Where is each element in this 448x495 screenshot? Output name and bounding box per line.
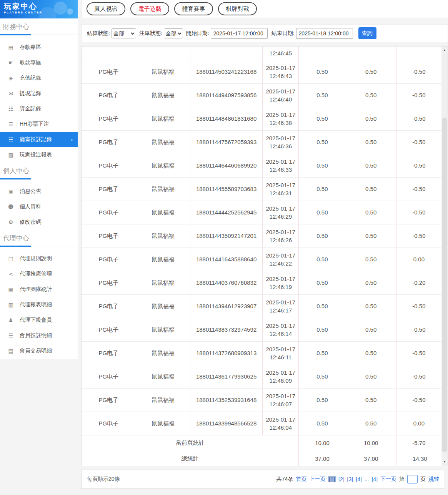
team-stats-icon: ▦ bbox=[8, 286, 14, 292]
sidebar-section-items: ◉消息公告☻個人資料⚙修改密碼 bbox=[0, 179, 78, 230]
withdrawal-record-icon: ✉ bbox=[8, 90, 14, 96]
pagination-bar: 每頁顯示20條 共74条首页上一页[1][2][3][4]...[4]下一页第页… bbox=[81, 470, 444, 489]
summary-label: 總統計 bbox=[82, 451, 299, 466]
sidebar-item[interactable]: ▤存款專區 bbox=[0, 40, 78, 55]
summary-winloss: -14.30 bbox=[396, 451, 441, 466]
per-page-label: 每頁顯示20條 bbox=[87, 476, 120, 483]
tab-3[interactable]: 體育賽事 bbox=[174, 2, 213, 15]
chevron-right-icon: › bbox=[71, 137, 73, 143]
scroll-up-arrow[interactable]: ▲ bbox=[441, 47, 448, 53]
sidebar-section-items: ▤存款專區☛取款專區◈充值記錄✉提現記錄☷資金記錄☰HH彩票下注☵廳室投註記錄›… bbox=[0, 35, 78, 163]
settle-status-select[interactable]: 全部 bbox=[112, 28, 136, 38]
order-status-select[interactable]: 全部 bbox=[164, 28, 183, 38]
sidebar-item[interactable]: ⚙修改密碼 bbox=[0, 214, 78, 230]
jump-page-input[interactable] bbox=[407, 475, 418, 483]
bet-records-panel: 12:46:45 PG电子鼠鼠福福18801145032412231682025… bbox=[81, 46, 448, 466]
sidebar-item[interactable]: ☷資金記錄 bbox=[0, 101, 78, 116]
sidebar-item[interactable]: ▦代理團隊統計 bbox=[0, 282, 78, 297]
sidebar-item-active[interactable]: ☵廳室投註記錄› bbox=[0, 132, 78, 147]
next-page-link[interactable]: 下一页 bbox=[380, 476, 396, 483]
document-icon: ▢ bbox=[8, 256, 14, 262]
partial-time-cell: 12:46:45 bbox=[263, 47, 299, 60]
prev-page-link[interactable]: 上一页 bbox=[309, 476, 325, 483]
filter-bar: 結算狀態: 全部 注單狀態: 全部 開始日期: 結束日期: 查詢 bbox=[81, 24, 448, 42]
search-button[interactable]: 查詢 bbox=[358, 27, 376, 39]
sidebar-item-label: 提現記錄 bbox=[20, 90, 41, 97]
start-date-label: 開始日期: bbox=[186, 30, 209, 37]
sidebar-item[interactable]: ▢代理規則說明 bbox=[0, 251, 78, 266]
sidebar-item[interactable]: <代理推廣管理 bbox=[0, 266, 78, 282]
sidebar-item[interactable]: ☛取款專區 bbox=[0, 55, 78, 70]
member-trade-icon: ▤ bbox=[8, 348, 14, 354]
tab-2-active[interactable]: 電子遊藝 bbox=[130, 2, 169, 15]
summary-valid: 37.00 bbox=[346, 451, 396, 466]
end-date-input[interactable] bbox=[296, 28, 353, 39]
tab-1[interactable]: 真人視訊 bbox=[87, 2, 125, 15]
tab-4[interactable]: 棋牌對戰 bbox=[218, 2, 257, 15]
sidebar-item-label: 充值記錄 bbox=[20, 75, 41, 81]
sidebar-section-header: 代理中心 bbox=[0, 234, 78, 246]
start-date-input[interactable] bbox=[211, 28, 268, 39]
summary-winloss: -5.70 bbox=[396, 435, 441, 451]
lottery-bet-icon: ☰ bbox=[8, 121, 14, 127]
last-page-link[interactable]: [4] bbox=[371, 476, 378, 482]
sidebar-item-label: 存款專區 bbox=[20, 44, 41, 51]
sidebar-section-header: 個人中心 bbox=[0, 166, 78, 179]
sidebar-item[interactable]: ◉消息公告 bbox=[0, 184, 78, 199]
sidebar-item-label: 消息公告 bbox=[20, 188, 41, 195]
sidebar-item[interactable]: ▧玩家投注報表 bbox=[0, 147, 78, 163]
table-row: PG电子鼠鼠福福18801143726809093132025-01-17 12… bbox=[82, 341, 442, 365]
page-1-current[interactable]: [1] bbox=[328, 476, 336, 482]
sidebar-item[interactable]: ▤會員交易明細 bbox=[0, 343, 78, 359]
sidebar-item-label: 代理規則說明 bbox=[20, 255, 52, 262]
withdraw-icon: ☛ bbox=[8, 60, 14, 66]
sidebar: 玩家中心 PLAYERS CENTER 財務中心▤存款專區☛取款專區◈充值記錄✉… bbox=[0, 0, 78, 359]
page-4-link[interactable]: [4] bbox=[356, 476, 362, 482]
page-3-link[interactable]: [3] bbox=[347, 476, 353, 482]
sidebar-item-label: 代理下級會員 bbox=[20, 317, 52, 324]
sidebar-item-label: 個人資料 bbox=[20, 203, 41, 210]
sidebar-item[interactable]: ☰HH彩票下注 bbox=[0, 116, 78, 132]
jump-button[interactable]: 跳转 bbox=[428, 476, 439, 483]
total-summary-row: 總統計 37.00 37.00 -14.30 bbox=[82, 451, 442, 466]
share-icon: < bbox=[8, 271, 14, 277]
sidebar-item-label: HH彩票下注 bbox=[20, 121, 49, 128]
sidebar-item[interactable]: ☰會員投註明細 bbox=[0, 328, 78, 343]
jump-prefix: 第 bbox=[399, 476, 405, 483]
jump-suffix: 页 bbox=[420, 476, 426, 483]
table-row: PG电子鼠鼠福福18801143946129239072025-01-17 12… bbox=[82, 294, 442, 318]
first-page-link[interactable]: 首页 bbox=[296, 476, 306, 483]
hall-bet-record-icon: ☵ bbox=[8, 136, 14, 143]
gamepad-graphic bbox=[67, 8, 73, 15]
page-2-link[interactable]: [2] bbox=[338, 476, 345, 482]
sidebar-item[interactable]: ✉提現記錄 bbox=[0, 86, 78, 101]
member-bet-icon: ☰ bbox=[8, 332, 14, 339]
deposit-icon: ▤ bbox=[8, 44, 14, 50]
funds-record-icon: ☷ bbox=[8, 106, 14, 112]
settle-status-label: 結算狀態: bbox=[87, 30, 110, 37]
table-row: PG电子鼠鼠福福18801143617799306252025-01-17 12… bbox=[82, 365, 442, 388]
summary-bet: 37.00 bbox=[299, 451, 346, 466]
ellipsis-link[interactable]: ... bbox=[365, 476, 369, 482]
table-row-partial: 12:46:45 bbox=[82, 47, 442, 60]
recharge-record-icon: ◈ bbox=[8, 75, 14, 81]
bet-records-table: 12:46:45 PG电子鼠鼠福福18801145032412231682025… bbox=[82, 47, 442, 466]
sidebar-item[interactable]: ▥代理報表明細 bbox=[0, 297, 78, 312]
sidebar-item[interactable]: ◈充值記錄 bbox=[0, 70, 78, 86]
sidebar-item-label: 取款專區 bbox=[20, 59, 41, 66]
table-row: PG电子鼠鼠福福18801144164358886402025-01-17 12… bbox=[82, 248, 442, 271]
sidebar-item[interactable]: ☻個人資料 bbox=[0, 199, 78, 214]
player-bet-report-icon: ▧ bbox=[8, 152, 14, 158]
table-row: PG电子鼠鼠福福18801144442525629452025-01-17 12… bbox=[82, 201, 442, 224]
sidebar-item[interactable]: ♟代理下級會員 bbox=[0, 312, 78, 328]
gamepad-graphic bbox=[54, 2, 67, 15]
table-row: PG电子鼠鼠福福18801144555897036832025-01-17 12… bbox=[82, 177, 442, 201]
summary-bet: 10.00 bbox=[299, 435, 346, 451]
table-row: PG电子鼠鼠福福18801144350921472012025-01-17 12… bbox=[82, 224, 442, 248]
summary-label: 當前頁統計 bbox=[82, 435, 299, 451]
sidebar-item-label: 會員投註明細 bbox=[20, 332, 52, 339]
scrollbar-thumb[interactable] bbox=[442, 118, 447, 452]
scroll-down-arrow[interactable]: ▼ bbox=[441, 459, 448, 465]
vertical-scrollbar[interactable]: ▲ ▼ bbox=[441, 47, 448, 466]
table-row: PG电子鼠鼠福福18801143525399316482025-01-17 12… bbox=[82, 388, 442, 412]
